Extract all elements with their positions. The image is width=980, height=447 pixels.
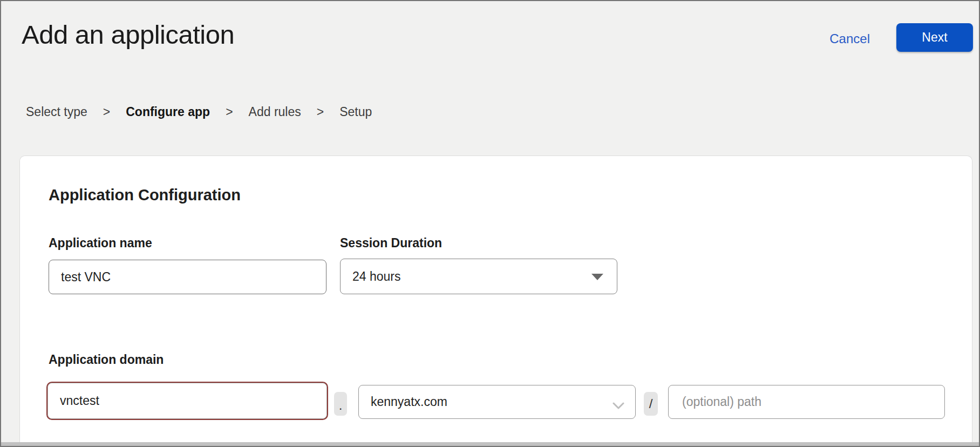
breadcrumb-step-select-type[interactable]: Select type (26, 105, 87, 119)
caret-down-icon (591, 274, 603, 280)
application-name-input[interactable] (49, 260, 326, 294)
breadcrumb-separator: > (103, 105, 110, 119)
session-duration-label: Session Duration (340, 236, 442, 250)
application-configuration-card: Application Configuration Application na… (19, 155, 972, 446)
app-window: Add an application Cancel Next Select ty… (0, 0, 980, 447)
breadcrumb: Select type > Configure app > Add rules … (26, 105, 372, 119)
domain-select-value: kennyatx.com (371, 395, 447, 409)
next-button[interactable]: Next (896, 23, 973, 52)
page-title: Add an application (22, 19, 234, 50)
cancel-button[interactable]: Cancel (829, 31, 870, 46)
chevron-down-icon (612, 398, 624, 413)
session-duration-select[interactable]: 24 hours (340, 259, 617, 294)
breadcrumb-step-configure-app[interactable]: Configure app (126, 105, 210, 119)
application-domain-label: Application domain (49, 353, 164, 367)
slash-separator: / (644, 392, 658, 416)
window-bottom-edge (1, 442, 979, 446)
application-name-label: Application name (49, 236, 152, 250)
section-title: Application Configuration (49, 186, 241, 204)
domain-select[interactable]: kennyatx.com (358, 385, 636, 419)
subdomain-input[interactable] (47, 383, 327, 419)
breadcrumb-step-setup[interactable]: Setup (339, 105, 372, 119)
path-input[interactable] (668, 385, 945, 419)
dot-separator: . (334, 392, 347, 416)
breadcrumb-step-add-rules[interactable]: Add rules (249, 105, 301, 119)
breadcrumb-separator: > (317, 105, 324, 119)
breadcrumb-separator: > (226, 105, 233, 119)
session-duration-value: 24 hours (352, 269, 401, 284)
